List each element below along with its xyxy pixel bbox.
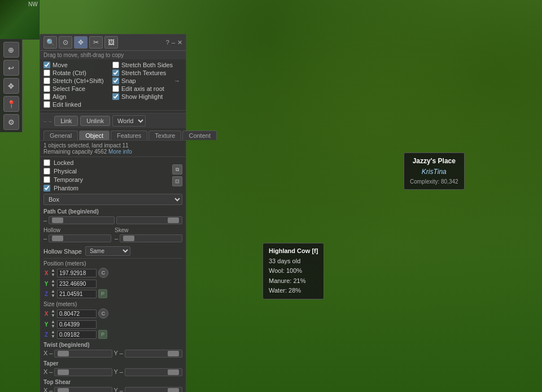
option-move[interactable]: Move xyxy=(43,62,111,68)
edit-axis-checkbox[interactable] xyxy=(112,85,119,92)
temporary-checkbox[interactable] xyxy=(43,176,50,183)
taper-x-track[interactable] xyxy=(54,368,112,376)
locked-checkbox[interactable] xyxy=(43,159,50,166)
skew-track[interactable] xyxy=(120,234,182,242)
shear-y-track[interactable] xyxy=(125,387,182,392)
hollow-thumb[interactable] xyxy=(52,236,63,241)
shape-dropdown[interactable]: Box Cylinder Prism Sphere Torus Tube Rin… xyxy=(43,194,182,205)
pos-x-c-btn[interactable]: C xyxy=(98,268,108,278)
tool-texture-icon[interactable]: 🖼 xyxy=(104,36,118,49)
temporary-row[interactable]: Temporary xyxy=(43,176,167,183)
path-cut-end-track[interactable] xyxy=(116,216,182,224)
shear-y-thumb[interactable] xyxy=(168,388,179,392)
option-stretch-textures[interactable]: Stretch Textures xyxy=(112,69,180,76)
twist-begin-thumb[interactable] xyxy=(58,351,69,356)
pos-x-down[interactable]: ▼ xyxy=(51,273,55,277)
tool-rotate-icon[interactable]: ⊙ xyxy=(59,36,72,49)
toolbar-location-btn[interactable]: 📍 xyxy=(3,96,19,112)
stretch-checkbox[interactable] xyxy=(43,77,50,84)
shear-x-minus[interactable]: – xyxy=(49,387,53,392)
size-x-input[interactable] xyxy=(57,310,97,318)
move-checkbox[interactable] xyxy=(43,62,50,68)
taper-y-thumb[interactable] xyxy=(168,369,179,375)
minimap[interactable]: NW xyxy=(0,0,40,40)
pos-z-p-btn[interactable]: P xyxy=(98,289,107,298)
taper-y-minus[interactable]: – xyxy=(120,368,123,376)
pos-x-input[interactable] xyxy=(57,269,97,277)
show-highlight-checkbox[interactable] xyxy=(112,93,119,100)
option-rotate[interactable]: Rotate (Ctrl) xyxy=(43,69,111,76)
tab-texture[interactable]: Texture xyxy=(148,130,181,140)
rotate-checkbox[interactable] xyxy=(43,69,50,76)
size-p-btn[interactable]: P xyxy=(98,330,107,339)
option-stretch[interactable]: Stretch (Ctrl+Shift) xyxy=(43,77,111,84)
path-cut-minus[interactable]: – xyxy=(43,217,47,224)
skew-thumb[interactable] xyxy=(123,236,134,241)
size-y-down[interactable]: ▼ xyxy=(51,324,55,329)
stretch-both-checkbox[interactable] xyxy=(112,62,119,68)
option-show-highlight[interactable]: Show Highlight xyxy=(112,93,180,100)
tab-content[interactable]: Content xyxy=(182,130,217,140)
paste-icon-btn[interactable]: ⊡ xyxy=(172,176,182,186)
path-cut-end-thumb[interactable] xyxy=(168,217,179,223)
physical-row[interactable]: Physical xyxy=(43,168,167,175)
edit-linked-checkbox[interactable] xyxy=(43,101,50,108)
tool-cut-icon[interactable]: ✂ xyxy=(89,36,103,49)
snap-checkbox[interactable] xyxy=(112,77,119,84)
size-y-input[interactable] xyxy=(57,320,97,329)
toolbar-settings-btn[interactable]: ⚙ xyxy=(3,114,19,130)
size-z-input[interactable] xyxy=(57,330,97,339)
minimize-btn[interactable]: – xyxy=(172,39,175,46)
pos-y-input[interactable] xyxy=(57,280,97,288)
option-edit-linked[interactable]: Edit linked xyxy=(43,101,111,108)
twist-begin-track[interactable] xyxy=(54,350,112,358)
path-cut-begin-thumb[interactable] xyxy=(52,217,63,223)
toolbar-move-btn[interactable]: ✥ xyxy=(3,78,19,94)
skew-minus[interactable]: – xyxy=(115,235,118,242)
phantom-row[interactable]: Phantom xyxy=(43,185,167,191)
shear-y-minus[interactable]: – xyxy=(120,387,123,392)
tab-general[interactable]: General xyxy=(43,130,78,140)
option-stretch-both[interactable]: Stretch Both Sides xyxy=(112,62,180,68)
option-snap[interactable]: Snap → xyxy=(112,77,180,84)
twist-end-thumb[interactable] xyxy=(168,351,179,356)
toolbar-undo-btn[interactable]: ↩ xyxy=(3,60,19,76)
taper-x-minus[interactable]: – xyxy=(49,368,53,376)
tool-focus-icon[interactable]: 🔍 xyxy=(43,36,57,49)
more-info-link[interactable]: More info xyxy=(108,149,132,155)
reference-dropdown[interactable]: World Local xyxy=(112,115,146,127)
hollow-track[interactable] xyxy=(49,234,111,242)
pos-y-down[interactable]: ▼ xyxy=(51,284,55,288)
pos-z-down[interactable]: ▼ xyxy=(51,294,55,298)
stretch-textures-checkbox[interactable] xyxy=(112,69,119,76)
option-edit-axis[interactable]: Edit axis at root xyxy=(112,85,180,92)
hollow-shape-dropdown[interactable]: Same Circle Square Triangle xyxy=(85,246,130,256)
size-z-down[interactable]: ▼ xyxy=(51,334,55,339)
select-face-checkbox[interactable] xyxy=(43,85,50,92)
path-cut-begin-track[interactable] xyxy=(49,216,115,224)
tab-features[interactable]: Features xyxy=(111,130,147,140)
option-select-face[interactable]: Select Face xyxy=(43,85,111,92)
twist-x-minus[interactable]: – xyxy=(49,350,53,358)
twist-y-minus[interactable]: – xyxy=(120,350,123,358)
shear-x-track[interactable] xyxy=(54,387,112,392)
copy-icon-btn[interactable]: ⧉ xyxy=(172,164,182,175)
shear-x-thumb[interactable] xyxy=(58,388,69,392)
pos-z-input[interactable] xyxy=(57,290,97,298)
taper-x-thumb[interactable] xyxy=(58,369,69,375)
size-c-btn[interactable]: C xyxy=(98,308,108,319)
hollow-minus[interactable]: – xyxy=(43,235,47,242)
link-button[interactable]: Link xyxy=(54,116,78,126)
taper-y-track[interactable] xyxy=(125,368,182,376)
tool-move-icon[interactable]: ✥ xyxy=(74,36,88,49)
size-x-down[interactable]: ▼ xyxy=(51,313,55,318)
help-btn[interactable]: ? xyxy=(166,39,169,46)
close-btn[interactable]: ✕ xyxy=(177,39,182,46)
option-align[interactable]: Align xyxy=(43,93,111,100)
align-checkbox[interactable] xyxy=(43,93,50,100)
physical-checkbox[interactable] xyxy=(43,168,50,175)
phantom-checkbox[interactable] xyxy=(43,185,50,191)
locked-row[interactable]: Locked xyxy=(43,159,167,166)
twist-end-track[interactable] xyxy=(125,350,182,358)
tab-object[interactable]: Object xyxy=(79,130,110,140)
